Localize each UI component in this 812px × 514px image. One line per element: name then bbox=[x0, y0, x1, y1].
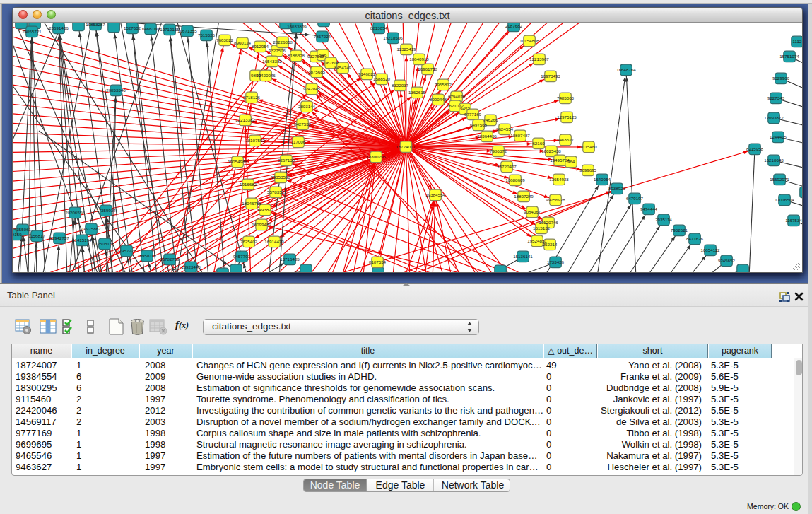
svg-text:12975125: 12975125 bbox=[557, 115, 577, 119]
svg-text:6466160: 6466160 bbox=[142, 26, 160, 31]
svg-text:11415194: 11415194 bbox=[72, 238, 92, 243]
svg-text:18107552: 18107552 bbox=[245, 138, 265, 143]
svg-text:9474444: 9474444 bbox=[640, 206, 658, 211]
svg-text:20053346: 20053346 bbox=[106, 88, 126, 93]
svg-text:39159: 39159 bbox=[13, 232, 22, 237]
svg-text:9242845: 9242845 bbox=[303, 86, 321, 91]
svg-text:13716485: 13716485 bbox=[280, 257, 300, 262]
svg-text:16961758: 16961758 bbox=[418, 66, 437, 71]
svg-text:2367608: 2367608 bbox=[322, 60, 340, 65]
svg-text:117006: 117006 bbox=[291, 139, 306, 144]
svg-text:5578352: 5578352 bbox=[267, 189, 285, 194]
svg-text:8322037: 8322037 bbox=[392, 83, 409, 88]
svg-text:17957225: 17957225 bbox=[117, 248, 136, 253]
svg-text:6794028: 6794028 bbox=[448, 94, 466, 99]
svg-text:8471626: 8471626 bbox=[686, 236, 704, 241]
svg-text:16648764: 16648764 bbox=[616, 67, 636, 72]
svg-text:1588520: 1588520 bbox=[373, 76, 391, 81]
svg-text:2718126: 2718126 bbox=[243, 95, 261, 100]
svg-text:15751074: 15751074 bbox=[779, 54, 799, 59]
svg-text:18046786: 18046786 bbox=[242, 201, 261, 206]
svg-text:17016504: 17016504 bbox=[775, 197, 794, 202]
svg-text:7663822: 7663822 bbox=[216, 37, 234, 42]
svg-text:10154808: 10154808 bbox=[519, 38, 539, 43]
svg-text:8454749: 8454749 bbox=[334, 65, 352, 70]
svg-text:3493822: 3493822 bbox=[257, 207, 274, 212]
svg-text:8938923: 8938923 bbox=[608, 186, 626, 191]
svg-text:18923448: 18923448 bbox=[181, 264, 201, 269]
svg-text:746266: 746266 bbox=[483, 117, 498, 122]
svg-text:9084067: 9084067 bbox=[524, 209, 541, 214]
svg-text:62160: 62160 bbox=[532, 141, 545, 146]
svg-text:8186328: 8186328 bbox=[288, 53, 305, 58]
svg-text:964: 964 bbox=[567, 159, 575, 164]
svg-text:1244415: 1244415 bbox=[770, 134, 787, 139]
svg-text:11325419: 11325419 bbox=[396, 47, 416, 52]
svg-text:15692971: 15692971 bbox=[770, 177, 789, 182]
svg-text:1156817: 1156817 bbox=[28, 233, 45, 238]
svg-text:12213382: 12213382 bbox=[235, 117, 255, 122]
svg-text:9245652: 9245652 bbox=[718, 258, 736, 263]
svg-text:7955812: 7955812 bbox=[435, 82, 452, 87]
svg-text:10958107: 10958107 bbox=[137, 253, 157, 258]
svg-text:99756928: 99756928 bbox=[546, 197, 565, 202]
svg-text:1640954: 1640954 bbox=[594, 177, 611, 182]
svg-text:20691406: 20691406 bbox=[49, 25, 69, 30]
svg-text:6479197: 6479197 bbox=[626, 196, 644, 201]
svg-text:1916682: 1916682 bbox=[240, 182, 257, 187]
svg-text:1167534: 1167534 bbox=[785, 218, 802, 223]
svg-text:15136141: 15136141 bbox=[513, 254, 533, 259]
svg-text:13654923: 13654923 bbox=[549, 177, 569, 182]
svg-text:2087682: 2087682 bbox=[505, 23, 523, 28]
svg-text:7485063: 7485063 bbox=[557, 95, 575, 100]
svg-text:9115460: 9115460 bbox=[580, 144, 597, 149]
svg-text:1112: 1112 bbox=[793, 39, 802, 44]
svg-text:8813054: 8813054 bbox=[370, 25, 388, 30]
svg-text:9452: 9452 bbox=[460, 106, 470, 111]
svg-text:4355061: 4355061 bbox=[14, 227, 32, 232]
svg-text:16099489: 16099489 bbox=[252, 222, 271, 227]
svg-text:17359934: 17359934 bbox=[96, 208, 116, 213]
svg-text:9463627: 9463627 bbox=[557, 137, 575, 142]
svg-text:10654112: 10654112 bbox=[700, 247, 720, 252]
svg-text:10853287: 10853287 bbox=[86, 23, 105, 27]
svg-text:10719155: 10719155 bbox=[160, 27, 180, 32]
svg-text:15720407: 15720407 bbox=[497, 164, 517, 169]
svg-text:10807487: 10807487 bbox=[510, 133, 530, 138]
svg-text:8912954: 8912954 bbox=[252, 44, 269, 49]
svg-text:9329966: 9329966 bbox=[772, 76, 790, 81]
svg-text:12503135: 12503135 bbox=[95, 241, 114, 246]
svg-text:8215958: 8215958 bbox=[746, 146, 764, 151]
svg-text:10025438: 10025438 bbox=[541, 148, 561, 153]
svg-text:2935114: 2935114 bbox=[655, 217, 672, 222]
svg-text:1615132: 1615132 bbox=[533, 226, 551, 230]
svg-text:19218506: 19218506 bbox=[383, 35, 403, 40]
svg-text:7625402: 7625402 bbox=[240, 239, 258, 244]
svg-text:6497568: 6497568 bbox=[470, 122, 488, 127]
svg-text:3624554: 3624554 bbox=[496, 127, 514, 132]
svg-text:18807249: 18807249 bbox=[514, 194, 534, 199]
svg-text:16210643: 16210643 bbox=[764, 158, 784, 163]
svg-text:19384554: 19384554 bbox=[425, 192, 445, 197]
svg-text:10120746: 10120746 bbox=[539, 220, 558, 225]
svg-text:18640910: 18640910 bbox=[409, 57, 429, 62]
svg-text:16033809: 16033809 bbox=[287, 24, 307, 29]
svg-text:20206556: 20206556 bbox=[65, 210, 85, 215]
svg-text:7932621: 7932621 bbox=[671, 228, 688, 233]
svg-text:19353580: 19353580 bbox=[271, 175, 290, 180]
svg-text:3875685: 3875685 bbox=[308, 69, 326, 74]
svg-text:1733426: 1733426 bbox=[547, 259, 565, 264]
svg-text:28226058: 28226058 bbox=[273, 40, 293, 45]
svg-text:252214: 252214 bbox=[543, 242, 558, 247]
svg-text:9146821: 9146821 bbox=[358, 71, 376, 76]
svg-text:12213967: 12213967 bbox=[529, 57, 549, 62]
svg-text:2803144: 2803144 bbox=[298, 104, 316, 109]
svg-text:18724007: 18724007 bbox=[396, 144, 416, 149]
svg-text:8107554: 8107554 bbox=[369, 259, 387, 264]
svg-text:3267130: 3267130 bbox=[278, 158, 295, 163]
svg-text:8990448: 8990448 bbox=[430, 97, 447, 102]
svg-text:9699695: 9699695 bbox=[579, 168, 597, 173]
svg-text:16543382: 16543382 bbox=[262, 59, 282, 64]
svg-text:12942757: 12942757 bbox=[49, 235, 69, 240]
svg-text:9327506: 9327506 bbox=[269, 48, 286, 53]
